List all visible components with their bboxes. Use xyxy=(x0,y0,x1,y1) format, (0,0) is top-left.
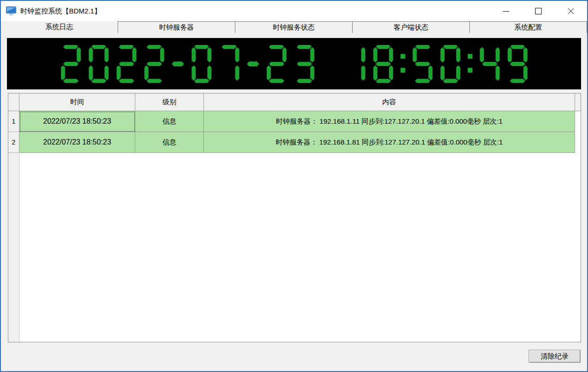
clock-digit xyxy=(344,42,367,86)
row-number[interactable]: 1 xyxy=(8,111,19,132)
clock-digit xyxy=(59,42,82,86)
close-icon xyxy=(568,8,574,14)
cell-level[interactable]: 信息 xyxy=(135,132,204,153)
digital-clock-display xyxy=(7,38,581,89)
clock-digit xyxy=(478,42,501,86)
app-window: 时钟监控系统【BDM2.1】 系统日志 时钟服务器 时钟服务状态 客户端状态 系… xyxy=(0,0,588,372)
header-filler xyxy=(575,94,581,111)
clock-digit xyxy=(506,42,529,86)
clock-digit xyxy=(411,42,434,86)
clear-records-button[interactable]: 清除纪录 xyxy=(529,350,581,363)
clock-space xyxy=(321,42,339,86)
clock-digit xyxy=(265,42,288,86)
clock-digit xyxy=(293,42,316,86)
tab-system-log[interactable]: 系统日志 xyxy=(1,21,118,33)
cell-time[interactable]: 2022/07/23 18:50:23 xyxy=(19,111,135,132)
tab-bar: 系统日志 时钟服务器 时钟服务状态 客户端状态 系统配置 xyxy=(1,21,587,33)
tab-client-status[interactable]: 客户端状态 xyxy=(352,21,469,33)
window-title: 时钟监控系统【BDM2.1】 xyxy=(20,7,101,16)
column-header-level[interactable]: 级别 xyxy=(135,94,204,111)
table-header-row: 时间 级别 内容 xyxy=(8,94,581,111)
row-header-strip xyxy=(8,153,19,342)
tab-clock-service-status[interactable]: 时钟服务状态 xyxy=(235,21,352,33)
clock-digit xyxy=(115,42,138,86)
tab-system-config[interactable]: 系统配置 xyxy=(469,21,587,33)
window-controls xyxy=(490,1,587,21)
table-row[interactable]: 2 2022/07/23 18:50:23 信息 时钟服务器： 192.168.… xyxy=(8,132,581,153)
clock-digit xyxy=(143,42,166,86)
clock-dash xyxy=(246,42,260,86)
monitor-icon xyxy=(6,6,16,16)
column-header-content[interactable]: 内容 xyxy=(204,94,575,111)
table-empty-area xyxy=(8,153,581,342)
table-row[interactable]: 1 2022/07/23 18:50:23 信息 时钟服务器： 192.168.… xyxy=(8,111,581,132)
maximize-icon xyxy=(535,8,542,14)
table-corner-header[interactable] xyxy=(8,94,19,111)
row-filler xyxy=(575,111,581,132)
cell-time[interactable]: 2022/07/23 18:50:23 xyxy=(19,132,135,153)
cell-content[interactable]: 时钟服务器： 192.168.1.11 同步到:127.127.20.1 偏差值… xyxy=(204,111,575,132)
cell-level[interactable]: 信息 xyxy=(135,111,204,132)
clock-colon xyxy=(467,42,474,86)
clock-digit xyxy=(87,42,110,86)
column-header-time[interactable]: 时间 xyxy=(19,94,135,111)
row-number[interactable]: 2 xyxy=(8,132,19,153)
cell-content[interactable]: 时钟服务器： 192.168.1.81 同步到:127.127.20.1 偏差值… xyxy=(204,132,575,153)
close-button[interactable] xyxy=(555,1,587,21)
clock-digit xyxy=(372,42,395,86)
log-table: 时间 级别 内容 1 2022/07/23 18:50:23 信息 时钟服务器：… xyxy=(8,93,581,342)
maximize-button[interactable] xyxy=(522,1,555,21)
log-rows: 1 2022/07/23 18:50:23 信息 时钟服务器： 192.168.… xyxy=(8,111,581,153)
clock-digit xyxy=(218,42,241,86)
minimize-button[interactable] xyxy=(490,1,522,21)
clock-digit xyxy=(439,42,462,86)
clock-digit xyxy=(190,42,213,86)
row-filler xyxy=(575,132,581,153)
table-blank-viewport xyxy=(19,153,581,342)
tab-clock-server[interactable]: 时钟服务器 xyxy=(118,21,235,33)
clock-dash xyxy=(171,42,185,86)
minimize-icon xyxy=(503,11,509,12)
clock-colon xyxy=(399,42,406,86)
title-bar: 时钟监控系统【BDM2.1】 xyxy=(1,1,587,21)
